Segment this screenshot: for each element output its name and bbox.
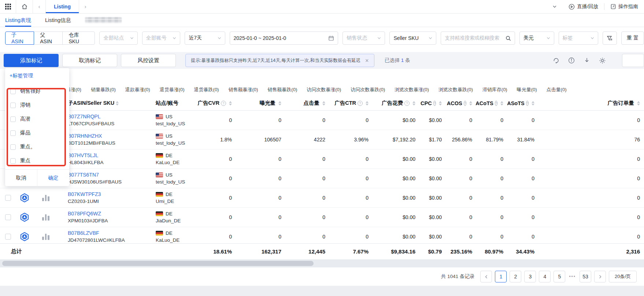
asin-type-option[interactable]: 仓库SKU xyxy=(62,32,95,45)
tag-confirm-button[interactable]: 确定 xyxy=(37,170,69,186)
next-page-button[interactable] xyxy=(594,271,606,282)
prev-page-button[interactable] xyxy=(480,271,492,282)
tab-scroll-left-icon[interactable]: ‹ xyxy=(33,0,45,13)
last-page-button[interactable]: 53 xyxy=(580,271,591,282)
tag-select[interactable]: 标签 xyxy=(559,32,598,45)
checkbox-icon[interactable] xyxy=(10,158,16,164)
column-header[interactable]: 子ASIN/Seller SKU xyxy=(59,100,148,107)
sort-icon[interactable] xyxy=(322,101,325,106)
asin-link[interactable]: B07Z7NRQPL xyxy=(68,113,100,120)
metric-tab[interactable]: 访问次数暴涨(0) xyxy=(307,86,341,93)
asin-link[interactable]: B07RHNHZHX xyxy=(68,133,102,140)
page-size-select[interactable]: 20条/页 xyxy=(609,271,637,282)
search-input[interactable]: 支持精准搜索或模糊搜索 xyxy=(441,32,515,45)
help-icon[interactable]: ? xyxy=(464,101,466,106)
trend-chart-icon[interactable] xyxy=(42,195,49,201)
column-header[interactable]: 广告订单量 xyxy=(543,100,644,107)
column-header[interactable]: 广告花费? xyxy=(377,100,423,107)
metric-tab[interactable]: 点击量(0) xyxy=(547,86,567,93)
clipped-button[interactable] xyxy=(622,54,644,67)
tab-listing-performance[interactable]: Listing表现 xyxy=(5,14,31,27)
column-header[interactable]: 广告CTR? xyxy=(333,100,377,107)
tab-listing-info[interactable]: Listing信息 xyxy=(45,14,71,27)
asin-link[interactable]: B07HVT5LJL xyxy=(68,152,98,159)
metric-tab[interactable]: 访问次数暴跌(0) xyxy=(351,86,385,93)
help-icon[interactable]: ? xyxy=(358,101,363,106)
reset-button[interactable]: 重 置 xyxy=(621,32,644,45)
column-header[interactable]: 点击量 xyxy=(289,100,333,107)
tag-option[interactable]: 销售很好 xyxy=(5,84,69,98)
sort-icon[interactable] xyxy=(469,101,472,106)
download-icon[interactable] xyxy=(584,57,590,64)
help-icon[interactable]: ? xyxy=(495,101,497,106)
metric-tab[interactable]: 退货暴涨(0) xyxy=(160,86,185,93)
metric-tab[interactable]: 退货暴跌(0) xyxy=(194,86,219,93)
page-button[interactable]: 1 xyxy=(495,271,507,282)
home-icon[interactable] xyxy=(16,0,33,13)
tag-option[interactable]: 重点 xyxy=(5,154,69,168)
trend-chart-icon[interactable] xyxy=(42,214,49,221)
tag-cancel-button[interactable]: 取消 xyxy=(5,170,37,186)
column-header[interactable]: CPC? xyxy=(423,100,450,106)
add-mark-button[interactable]: 添加标记 xyxy=(4,54,59,67)
asin-type-option[interactable]: 父ASIN xyxy=(34,32,63,45)
page-button[interactable]: 2 xyxy=(510,271,521,282)
sort-icon[interactable] xyxy=(229,101,232,106)
advanced-filter-button[interactable] xyxy=(603,32,617,45)
horizontal-scrollbar[interactable] xyxy=(0,259,644,267)
asin-link[interactable]: B07KWTPFZ3 xyxy=(68,191,101,198)
row-checkbox[interactable] xyxy=(5,234,11,240)
currency-select[interactable]: 美元 xyxy=(519,32,554,45)
sort-icon[interactable] xyxy=(637,101,640,106)
tag-manage-link[interactable]: +标签管理 xyxy=(5,68,69,83)
date-range-picker[interactable]: 2025-01-0 ~ 2025-01-0 xyxy=(230,32,338,45)
metric-tab[interactable]: 浏览次数暴跌(0) xyxy=(438,86,473,93)
cancel-mark-button[interactable]: 取消标记 xyxy=(62,54,117,67)
info-icon[interactable] xyxy=(568,57,575,64)
sort-icon[interactable] xyxy=(366,101,369,106)
asin-type-option[interactable]: 子ASIN xyxy=(5,32,34,45)
column-header[interactable]: 广告CVR? xyxy=(196,100,240,107)
tag-option[interactable]: 重点。 xyxy=(5,140,69,154)
sort-icon[interactable] xyxy=(532,101,534,106)
refresh-icon[interactable] xyxy=(553,57,559,64)
asin-link[interactable]: B07B6LZVBF xyxy=(68,230,99,237)
sort-icon[interactable] xyxy=(412,101,415,106)
checkbox-icon[interactable] xyxy=(10,130,16,136)
metric-tab[interactable]: 销售额暴跌(0) xyxy=(267,86,297,93)
page-button[interactable]: 3 xyxy=(524,271,536,282)
scrollbar-thumb[interactable] xyxy=(2,261,314,266)
help-icon[interactable]: ? xyxy=(433,101,436,106)
checkbox-icon[interactable] xyxy=(10,89,16,94)
asin-link[interactable]: B077TS6TN7 xyxy=(68,171,99,178)
metric-tab[interactable]: 曝光量(0) xyxy=(517,86,537,93)
tab-scroll-right-icon[interactable]: › xyxy=(79,0,92,13)
sort-icon[interactable] xyxy=(500,101,503,106)
gear-icon[interactable] xyxy=(599,57,606,64)
checkbox-icon[interactable] xyxy=(10,116,16,122)
tab-listing[interactable]: Listing xyxy=(45,0,79,13)
checkbox-icon[interactable] xyxy=(10,144,16,150)
apps-grid-icon[interactable] xyxy=(0,0,16,13)
page-button[interactable]: 5 xyxy=(554,271,565,282)
help-icon[interactable]: ? xyxy=(221,101,226,106)
page-button[interactable]: 4 xyxy=(539,271,551,282)
date-range-preset-select[interactable]: 近7天 xyxy=(185,32,225,45)
row-checkbox[interactable] xyxy=(5,195,11,201)
column-header[interactable]: 曝光量 xyxy=(240,100,289,107)
sale-status-select[interactable]: 销售状态 xyxy=(343,32,385,45)
site-select[interactable]: 全部站点 xyxy=(99,32,137,45)
operation-guide-button[interactable]: 操作指南 xyxy=(604,0,644,13)
tabs-dropdown-icon[interactable] xyxy=(547,0,563,13)
search-type-select[interactable]: Seller SKU xyxy=(389,32,436,45)
checkbox-icon[interactable] xyxy=(10,103,16,108)
row-checkbox[interactable] xyxy=(5,214,11,220)
sort-icon[interactable] xyxy=(439,101,442,106)
help-icon[interactable]: ? xyxy=(404,101,410,106)
sort-icon[interactable] xyxy=(116,101,119,106)
metric-tab[interactable]: 销量暴跌(0) xyxy=(91,86,116,93)
tag-option[interactable]: 滞销 xyxy=(5,98,69,112)
metric-tab[interactable]: 浏览次数暴涨(0) xyxy=(395,86,429,93)
tag-option[interactable]: 爆品 xyxy=(5,126,69,140)
column-header[interactable]: ASoTS? xyxy=(511,100,543,106)
